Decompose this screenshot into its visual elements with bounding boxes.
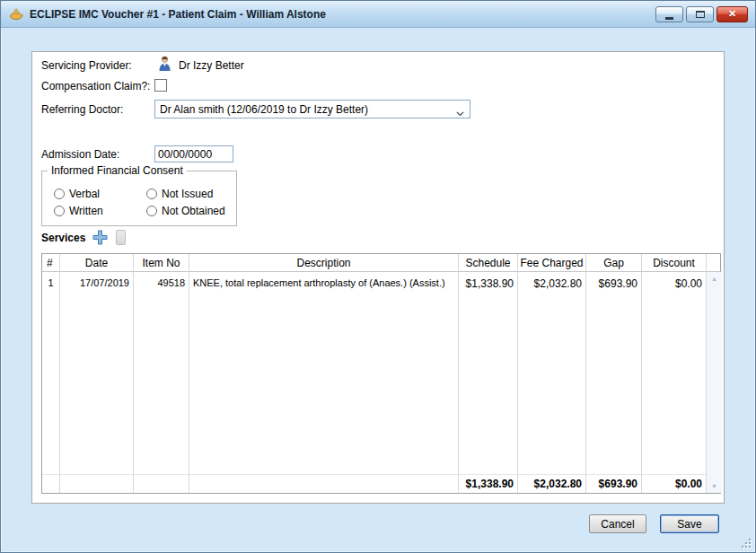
scroll-down-icon[interactable]: ▼ [707, 479, 722, 493]
minimize-icon [665, 17, 673, 20]
totals-spacer [134, 474, 189, 493]
compensation-claim-label: Compensation Claim?: [41, 80, 150, 92]
maximize-icon [696, 11, 705, 18]
minimize-button[interactable] [655, 6, 683, 22]
informed-financial-consent-group: Informed Financial Consent Verbal Not Is… [41, 171, 237, 226]
informed-financial-consent-title: Informed Financial Consent [48, 164, 187, 177]
table-scrollbar[interactable]: ▲ ▼ [707, 272, 722, 493]
totals-spacer [60, 474, 134, 493]
col-header-date: Date [60, 254, 134, 272]
dialog-window: ECLIPSE IMC Voucher #1 - Patient Claim -… [0, 0, 756, 553]
service-row-gap[interactable]: $693.90 [586, 272, 642, 474]
maximize-button[interactable] [686, 6, 714, 22]
col-header-scroll-spacer [707, 254, 722, 272]
radio-icon [54, 189, 65, 199]
col-header-schedule: Schedule [459, 254, 518, 272]
col-header-gap: Gap [586, 254, 642, 272]
compensation-claim-checkbox[interactable] [154, 79, 167, 92]
service-row-date[interactable]: 17/07/2019 [60, 272, 134, 474]
service-row-fee-charged[interactable]: $2,032.80 [518, 272, 586, 474]
radio-icon [54, 206, 65, 216]
col-header-fee-charged: Fee Charged [518, 254, 586, 272]
service-row-description[interactable]: KNEE, total replacement arthroplasty of … [189, 272, 459, 474]
total-fee-charged: $2,032.80 [518, 474, 586, 493]
cancel-button[interactable]: Cancel [589, 514, 646, 533]
servicing-provider-value: Dr Izzy Better [179, 59, 244, 72]
admission-date-input[interactable] [154, 145, 233, 162]
admission-date-label: Admission Date: [41, 148, 119, 161]
doctor-icon [158, 56, 171, 75]
services-table: # Date Item No Description Schedule Fee … [41, 253, 721, 494]
radio-icon [146, 189, 157, 199]
window-title: ECLIPSE IMC Voucher #1 - Patient Claim -… [30, 8, 326, 21]
totals-spacer [42, 474, 60, 493]
titlebar[interactable]: ECLIPSE IMC Voucher #1 - Patient Claim -… [1, 1, 755, 28]
referring-doctor-dropdown[interactable]: Dr Alan smith (12/06/2019 to Dr Izzy Bet… [154, 100, 470, 118]
radio-not-issued-label: Not Issued [162, 188, 213, 200]
service-row-num[interactable]: 1 [42, 272, 60, 474]
remove-service-button [116, 230, 126, 245]
radio-icon [146, 206, 157, 216]
service-row-discount[interactable]: $0.00 [642, 272, 707, 474]
referring-doctor-label: Referring Doctor: [41, 103, 123, 116]
servicing-provider-label: Servicing Provider: [41, 59, 132, 72]
totals-spacer [189, 474, 459, 493]
total-schedule: $1,338.90 [459, 474, 518, 493]
total-discount: $0.00 [642, 474, 707, 493]
service-row-schedule[interactable]: $1,338.90 [459, 272, 518, 474]
radio-verbal-label: Verbal [69, 188, 100, 200]
radio-written-label: Written [69, 205, 103, 217]
app-icon [8, 7, 24, 22]
radio-not-issued[interactable]: Not Issued [146, 188, 213, 200]
resize-grip[interactable] [740, 537, 752, 549]
radio-not-obtained[interactable]: Not Obtained [146, 205, 225, 217]
services-title: Services [41, 232, 85, 244]
close-button[interactable]: ✕ [716, 6, 748, 22]
service-row-itemno[interactable]: 49518 [134, 272, 189, 474]
save-button[interactable]: Save [660, 514, 719, 533]
radio-not-obtained-label: Not Obtained [162, 205, 225, 217]
close-icon: ✕ [728, 9, 736, 19]
scroll-up-icon[interactable]: ▲ [707, 272, 722, 285]
chevron-down-icon [456, 107, 464, 118]
window-controls: ✕ [655, 6, 748, 22]
col-header-num: # [42, 254, 60, 272]
form-panel: Servicing Provider: Dr Izzy Better Compe… [31, 51, 725, 504]
radio-written[interactable]: Written [54, 205, 103, 217]
plus-icon [92, 230, 108, 245]
referring-doctor-value: Dr Alan smith (12/06/2019 to Dr Izzy Bet… [160, 103, 368, 116]
col-header-description: Description [189, 254, 459, 272]
radio-verbal[interactable]: Verbal [54, 188, 100, 200]
col-header-discount: Discount [642, 254, 707, 272]
col-header-itemno: Item No [134, 254, 189, 272]
add-service-button[interactable] [92, 229, 108, 245]
total-gap: $693.90 [586, 474, 642, 493]
